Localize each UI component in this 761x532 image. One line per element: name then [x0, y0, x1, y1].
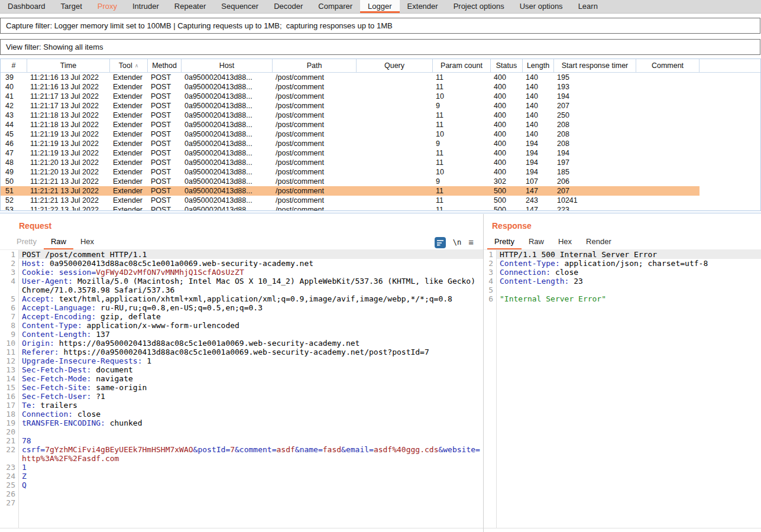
column-header-time[interactable]: Time — [27, 59, 110, 72]
table-row[interactable]: 4511:21:19 13 Jul 2022ExtenderPOST0a9500… — [1, 129, 700, 139]
column-header-tool[interactable]: Tool∧ — [110, 59, 148, 72]
cell-time: 11:21:21 13 Jul 2022 — [27, 186, 110, 196]
cell-length: 140 — [523, 92, 554, 101]
table-row[interactable]: 5111:21:21 13 Jul 2022ExtenderPOST0a9500… — [1, 186, 700, 196]
code-segment: Sec-Fetch-Mode: — [22, 374, 96, 383]
table-row[interactable]: 4211:21:17 13 Jul 2022ExtenderPOST0a9500… — [1, 101, 700, 111]
view-filter-bar[interactable]: View filter: Showing all items — [0, 39, 760, 55]
tab-dashboard[interactable]: Dashboard — [0, 0, 53, 13]
tab-extender[interactable]: Extender — [400, 0, 446, 13]
request-editor[interactable]: 1POST /post/comment HTTP/1.12Host: 0a950… — [0, 249, 483, 528]
tab-comparer[interactable]: Comparer — [310, 0, 360, 13]
line-number: 13 — [0, 365, 19, 374]
table-row[interactable]: 4111:21:17 13 Jul 2022ExtenderPOST0a9500… — [1, 92, 700, 101]
code-segment: Sec-Fetch-Dest: — [22, 365, 96, 374]
newline-toggle-icon[interactable]: \n — [453, 238, 461, 246]
column-header-length[interactable]: Length — [523, 59, 554, 72]
table-row[interactable]: 4311:21:18 13 Jul 2022ExtenderPOST0a9500… — [1, 111, 700, 120]
tab-pretty[interactable]: Pretty — [9, 235, 44, 249]
code-segment: Referer: — [22, 348, 63, 356]
cell-length: 140 — [523, 120, 554, 129]
code-line: Sec-Fetch-Mode: navigate — [19, 374, 483, 383]
cell-path: /post/comment — [273, 205, 357, 210]
column-header-method[interactable]: Method — [148, 59, 182, 72]
table-row[interactable]: 4611:21:19 13 Jul 2022ExtenderPOST0a9500… — [1, 139, 700, 148]
cell-length: 194 — [523, 158, 554, 167]
table-row[interactable]: 4411:21:18 13 Jul 2022ExtenderPOST0a9500… — [1, 120, 700, 129]
table-row[interactable]: 5011:21:21 13 Jul 2022ExtenderPOST0a9500… — [1, 177, 700, 186]
tab-proxy[interactable]: Proxy — [90, 0, 125, 13]
word-wrap-icon[interactable] — [435, 237, 446, 248]
code-line: Te: trailers — [19, 401, 483, 410]
line-number: 2 — [484, 259, 497, 268]
cell-host: 0a9500020413d88... — [182, 158, 273, 167]
cell-path: /post/comment — [273, 148, 357, 158]
code-segment: Cookie: — [22, 268, 59, 277]
table-row[interactable]: 4811:21:20 13 Jul 2022ExtenderPOST0a9500… — [1, 158, 700, 167]
column-header-comment[interactable]: Comment — [636, 59, 700, 72]
tab-sequencer[interactable]: Sequencer — [213, 0, 266, 13]
column-header-query[interactable]: Query — [357, 59, 433, 72]
code-line: 78 — [19, 436, 483, 445]
cell-timer: 185 — [554, 167, 636, 177]
table-row[interactable]: 3911:21:16 13 Jul 2022ExtenderPOST0a9500… — [1, 73, 700, 82]
cell-param_count: 10 — [433, 129, 491, 139]
column-header-start-response-timer[interactable]: Start response timer — [554, 59, 636, 72]
tab-pretty[interactable]: Pretty — [487, 235, 522, 249]
tab-learn[interactable]: Learn — [571, 0, 605, 13]
code-segment: 0a9500020413d88ac08c5c1e001a0069.web-sec… — [50, 259, 313, 268]
tab-logger[interactable]: Logger — [360, 0, 399, 13]
tab-hex[interactable]: Hex — [551, 235, 579, 249]
table-row[interactable]: 4911:21:20 13 Jul 2022ExtenderPOST0a9500… — [1, 167, 700, 177]
column-header-host[interactable]: Host — [182, 59, 273, 72]
cell-query — [357, 111, 433, 120]
horizontal-splitter[interactable] — [0, 210, 761, 213]
tab-decoder[interactable]: Decoder — [266, 0, 310, 13]
cell-status: 400 — [491, 101, 523, 111]
editor-line: 4Content-Length: 23 — [484, 277, 761, 286]
table-row[interactable]: 4711:21:19 13 Jul 2022ExtenderPOST0a9500… — [1, 148, 700, 158]
cell-time: 11:21:17 13 Jul 2022 — [27, 92, 110, 101]
cell-length: 140 — [523, 82, 554, 92]
capture-filter-bar[interactable]: Capture filter: Logger memory limit set … — [0, 18, 760, 34]
tab-raw[interactable]: Raw — [44, 235, 73, 249]
code-segment: 1 — [22, 463, 27, 472]
column-header-num[interactable]: # — [1, 59, 27, 72]
cell-tool: Extender — [110, 82, 148, 92]
editor-line: 27 — [0, 498, 483, 507]
column-header-status[interactable]: Status — [491, 59, 523, 72]
tab-render[interactable]: Render — [579, 235, 618, 249]
code-segment: Upgrade-Insecure-Requests: — [22, 356, 147, 365]
tab-hex[interactable]: Hex — [73, 235, 101, 249]
tab-raw[interactable]: Raw — [522, 235, 551, 249]
cell-host: 0a9500020413d88... — [182, 111, 273, 120]
tab-repeater[interactable]: Repeater — [167, 0, 213, 13]
cell-query — [357, 101, 433, 111]
code-segment: Host: — [22, 259, 50, 268]
editor-menu-icon[interactable]: ≡ — [468, 236, 474, 248]
code-line: Sec-Fetch-Dest: document — [19, 365, 483, 374]
tab-user-options[interactable]: User options — [512, 0, 571, 13]
cell-comment — [636, 92, 700, 101]
table-row[interactable]: 5311:21:22 13 Jul 2022ExtenderPOST0a9500… — [1, 205, 700, 210]
code-segment: text/html,application/xhtml+xml,applicat… — [59, 294, 452, 303]
cell-host: 0a9500020413d88... — [182, 120, 273, 129]
tab-target[interactable]: Target — [53, 0, 90, 13]
code-segment: &postId= — [193, 445, 231, 454]
cell-id: 50 — [1, 177, 27, 186]
column-header-path[interactable]: Path — [273, 59, 357, 72]
tab-project-options[interactable]: Project options — [446, 0, 512, 13]
column-header-param-count[interactable]: Param count — [433, 59, 491, 72]
cell-path: /post/comment — [273, 158, 357, 167]
tab-intruder[interactable]: Intruder — [125, 0, 167, 13]
code-segment: 7 — [230, 445, 235, 454]
line-number: 1 — [0, 250, 19, 259]
table-row[interactable]: 4011:21:16 13 Jul 2022ExtenderPOST0a9500… — [1, 82, 700, 92]
line-number: 4 — [0, 277, 19, 286]
cell-timer: 207 — [554, 101, 636, 111]
cell-id: 40 — [1, 82, 27, 92]
cell-method: POST — [148, 177, 182, 186]
table-row[interactable]: 5211:21:21 13 Jul 2022ExtenderPOST0a9500… — [1, 196, 700, 205]
response-editor[interactable]: 1HTTP/1.1 500 Internal Server Error2Cont… — [484, 249, 761, 528]
code-line: "Internal Server Error" — [497, 294, 761, 303]
